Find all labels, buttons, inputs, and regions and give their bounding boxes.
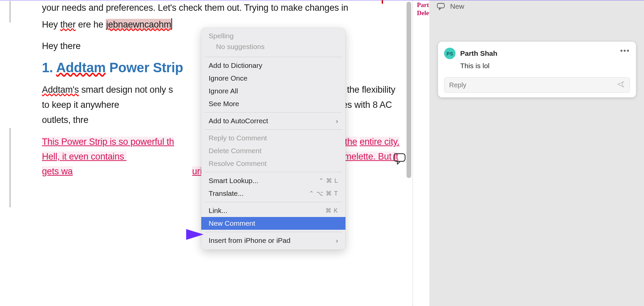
vertical-scrollbar[interactable] (407, 1, 412, 177)
inserted-text: This Power Strip is so powerful th (42, 137, 174, 147)
shortcut: ⌃ ⌥ ⌘ T (309, 190, 338, 197)
misspelled-word: Addtam's (42, 85, 79, 95)
text: Translate... (209, 189, 244, 198)
comment-card[interactable]: ••• PS Parth Shah This is lol (438, 42, 636, 97)
text: 1. (42, 60, 56, 75)
shortcut: ⌘ K (325, 207, 338, 214)
text: Hey there (42, 41, 80, 51)
text: Resolve Comment (209, 160, 267, 168)
chevron-right-icon: › (336, 237, 338, 245)
track-changes-column: Parth Delete (413, 0, 429, 306)
misspelled-word: Addtam (56, 60, 106, 75)
text: Add to Dictionary (209, 61, 262, 70)
shortcut: ⌃ ⌘ L (319, 177, 338, 184)
send-icon[interactable] (617, 80, 625, 90)
text-caret (171, 18, 172, 30)
text: Link... (209, 207, 227, 215)
app-root: your needs and preferences. Let's check … (0, 0, 644, 306)
ctx-separator (205, 202, 342, 202)
text: Insert from iPhone or iPad (209, 236, 290, 245)
para-0: your needs and preferences. Let's check … (42, 0, 402, 15)
comments-toolbar: New (429, 0, 644, 15)
text: Spelling (209, 32, 234, 40)
ctx-separator (205, 232, 342, 232)
comment-header: PS Parth Shah (444, 48, 630, 59)
comment-author: Parth Shah (460, 49, 497, 57)
comments-panel: New ••• PS Parth Shah This is lol (429, 0, 644, 306)
reply-box[interactable] (444, 77, 630, 93)
ctx-insert-from-iphone[interactable]: Insert from iPhone or iPad› (201, 234, 345, 247)
ctx-add-to-autocorrect[interactable]: Add to AutoCorrect› (201, 115, 345, 127)
text: Smart Lookup... (209, 177, 258, 185)
ctx-ignore-once[interactable]: Ignore Once (201, 72, 345, 85)
ctx-see-more[interactable]: See More (201, 97, 345, 110)
svg-rect-1 (437, 3, 444, 8)
comment-indicator-icon[interactable] (392, 151, 407, 166)
new-comment-label[interactable]: New (450, 2, 464, 10)
svg-rect-0 (394, 154, 405, 161)
text: Add to AutoCorrect (209, 117, 268, 125)
ctx-separator (205, 57, 342, 57)
ctx-add-to-dictionary[interactable]: Add to Dictionary (201, 59, 345, 72)
ctx-translate[interactable]: Translate...⌃ ⌥ ⌘ T (201, 187, 345, 200)
text: New Comment (209, 219, 255, 227)
ctx-separator (205, 172, 342, 172)
ctx-ignore-all[interactable]: Ignore All (201, 85, 345, 97)
ctx-separator (205, 112, 342, 113)
text: Hey (42, 19, 60, 30)
text: Ignore All (209, 87, 238, 95)
ctx-reply-to-comment: Reply to Comment (201, 132, 345, 144)
ctx-link[interactable]: Link...⌘ K (201, 204, 345, 217)
text: See More (209, 100, 239, 108)
comment-more-icon[interactable]: ••• (620, 46, 630, 55)
document-area[interactable]: your needs and preferences. Let's check … (0, 0, 413, 306)
ctx-new-comment[interactable]: New Comment (201, 217, 345, 230)
reply-input[interactable] (449, 81, 617, 89)
selected-misspelled-word[interactable]: jebnaewncaohm (106, 19, 171, 30)
new-comment-icon[interactable] (436, 1, 446, 11)
annotation-arrow-icon (126, 228, 205, 241)
text: Reply to Comment (209, 134, 267, 142)
context-menu: Spelling No suggestions Add to Dictionar… (201, 28, 345, 250)
ctx-separator (205, 129, 342, 130)
ctx-smart-lookup[interactable]: Smart Lookup...⌃ ⌘ L (201, 174, 345, 187)
text: Ignore Once (209, 74, 248, 82)
scroll-thumb[interactable] (407, 2, 411, 178)
comment-text: This is lol (460, 62, 630, 70)
text: Power Strip (106, 60, 183, 75)
text: smart design not only s (79, 85, 173, 95)
text: ere he (75, 19, 106, 30)
misspelled-word: ther (60, 19, 76, 30)
ctx-resolve-comment: Resolve Comment (201, 157, 345, 170)
text: Delete Comment (209, 147, 262, 155)
ctx-header-spelling: Spelling (201, 31, 345, 41)
ctx-no-suggestions: No suggestions (201, 41, 345, 55)
text: No suggestions (216, 43, 265, 50)
ctx-delete-comment: Delete Comment (201, 144, 345, 157)
text: your needs and preferences. Let's check … (42, 3, 348, 13)
avatar: PS (444, 48, 455, 59)
chevron-right-icon: › (336, 117, 338, 125)
